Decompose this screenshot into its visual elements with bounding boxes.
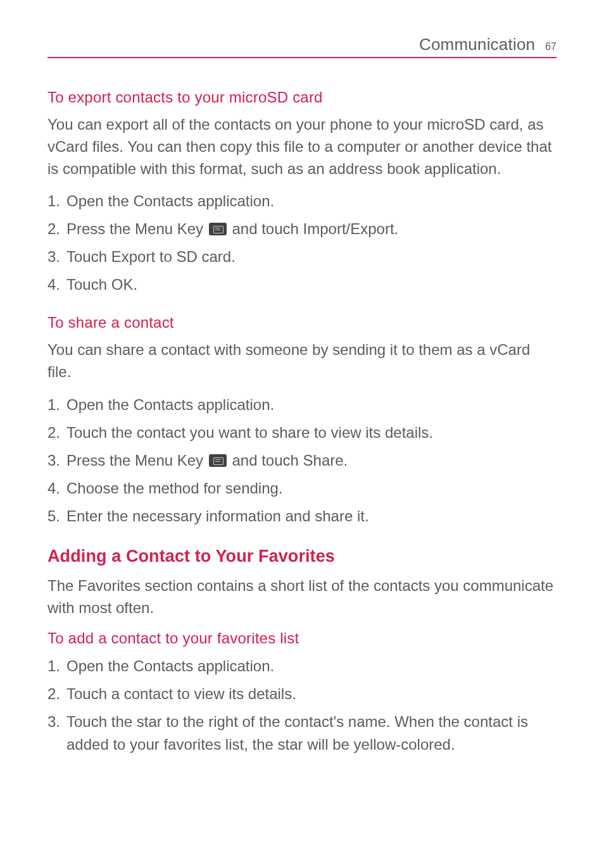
step-share-3: Press the Menu Key and touch Share.: [47, 449, 557, 472]
section-share-contact: To share a contact You can share a conta…: [47, 314, 557, 528]
bold-share: Share: [303, 452, 344, 469]
para-favorites-intro: The Favorites section contains a short l…: [47, 575, 557, 619]
menu-key-icon: [209, 223, 227, 235]
header-title: Communication: [419, 35, 535, 54]
bold-export-sd: Export to SD card: [111, 248, 231, 265]
bold-menu-key: Menu Key: [135, 452, 203, 469]
text: The: [47, 577, 78, 594]
bold-menu-key: Menu Key: [135, 220, 203, 237]
step-share-4: Choose the method for sending.: [47, 477, 557, 500]
text: application.: [193, 396, 274, 413]
text: Open the: [66, 657, 133, 674]
text: application.: [193, 192, 274, 209]
text: .: [231, 248, 236, 265]
section-export-contacts: To export contacts to your microSD card …: [47, 89, 557, 296]
steps-favorites: Open the Contacts application. Touch a c…: [47, 655, 557, 756]
steps-share: Open the Contacts application. Touch the…: [47, 394, 557, 528]
bold-contacts: Contacts: [133, 657, 193, 674]
document-page: Communication 67 To export contacts to y…: [0, 0, 604, 812]
step-fav-3: Touch the star to the right of the conta…: [47, 710, 557, 756]
page-header: Communication 67: [47, 35, 557, 58]
para-export-intro: You can export all of the contacts on yo…: [47, 114, 557, 180]
step-export-2: Press the Menu Key and touch Import/Expo…: [47, 218, 557, 240]
text: Touch: [66, 248, 111, 265]
text: and touch: [228, 220, 303, 237]
heading-export: To export contacts to your microSD card: [47, 89, 557, 106]
heading-add-favorite: To add a contact to your favorites list: [47, 629, 557, 647]
text: .: [394, 220, 399, 237]
text: .: [344, 452, 348, 469]
step-export-4: Touch OK.: [47, 273, 557, 296]
bold-contacts: Contacts: [133, 192, 193, 209]
bold-ok: OK: [111, 276, 134, 293]
text: .: [133, 276, 137, 293]
step-export-1: Open the Contacts application.: [47, 190, 557, 213]
text: Press the: [66, 220, 135, 237]
bold-favorites: Favorites: [78, 577, 141, 594]
text: Press the: [66, 452, 135, 469]
bold-contacts: Contacts: [133, 396, 193, 413]
text: Open the: [66, 396, 133, 413]
heading-share: To share a contact: [47, 314, 557, 332]
step-export-3: Touch Export to SD card.: [47, 245, 557, 268]
menu-key-icon: [209, 454, 227, 467]
steps-export: Open the Contacts application. Press the…: [47, 190, 557, 296]
step-fav-1: Open the Contacts application.: [47, 655, 557, 678]
text: Open the: [66, 192, 133, 209]
text: and touch: [228, 452, 303, 469]
heading-favorites-main: Adding a Contact to Your Favorites: [47, 547, 557, 566]
step-fav-2: Touch a contact to view its details.: [47, 683, 557, 705]
step-share-5: Enter the necessary information and shar…: [47, 505, 557, 528]
para-share-intro: You can share a contact with someone by …: [47, 339, 557, 383]
text: Touch: [66, 276, 111, 293]
bold-import-export: Import/Export: [303, 220, 394, 237]
section-favorites: Adding a Contact to Your Favorites The F…: [47, 547, 557, 756]
step-share-2: Touch the contact you want to share to v…: [47, 421, 557, 444]
step-share-1: Open the Contacts application.: [47, 394, 557, 416]
text: application.: [193, 657, 274, 674]
page-number: 67: [545, 41, 557, 53]
